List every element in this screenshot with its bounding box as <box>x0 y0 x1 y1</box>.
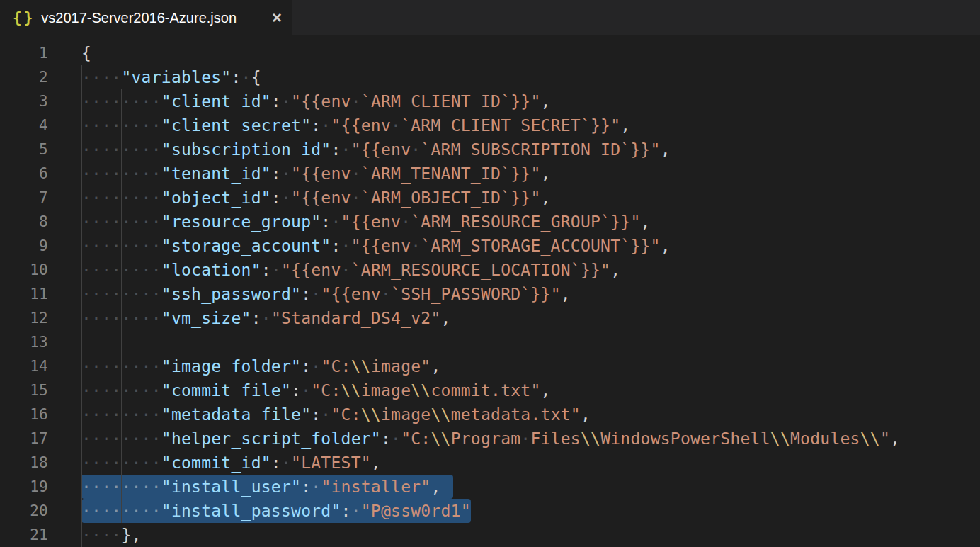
code-text: ········"image_folder":·"C:\\image", <box>81 354 441 378</box>
line-number[interactable]: 19 <box>0 475 48 499</box>
code-line-9[interactable]: 9········"storage_account":·"{{env·`ARM_… <box>0 234 980 258</box>
line-number[interactable]: 20 <box>0 499 48 523</box>
code-text: ········"commit_id":·"LATEST", <box>81 451 381 475</box>
line-content: { <box>81 41 980 65</box>
line-number[interactable]: 14 <box>0 354 48 378</box>
code-line-5[interactable]: 5········"subscription_id":·"{{env·`ARM_… <box>0 137 980 162</box>
indent-guide <box>121 186 122 210</box>
code-editor[interactable]: 1{2····"variables":·{3········"client_id… <box>0 35 980 547</box>
code-text: ········"ssh_password":·"{{env·`SSH_PASS… <box>81 282 571 306</box>
code-text: ········"storage_account":·"{{env·`ARM_S… <box>81 234 671 258</box>
line-content: ········"ssh_password":·"{{env·`SSH_PASS… <box>81 282 980 306</box>
code-text: ········"location":·"{{env·`ARM_RESOURCE… <box>81 258 620 282</box>
indent-guide <box>81 499 82 523</box>
indent-guide <box>121 499 122 523</box>
code-line-20[interactable]: 20········"install_password":·"P@ssw0rd1… <box>0 499 980 523</box>
line-number[interactable]: 7 <box>0 186 48 210</box>
indent-guide <box>121 306 122 330</box>
code-line-17[interactable]: 17········"helper_script_folder":·"C:\\P… <box>0 427 980 451</box>
line-content: ········"vm_size":·"Standard_DS4_v2", <box>81 306 980 330</box>
code-text: ········"vm_size":·"Standard_DS4_v2", <box>81 306 451 330</box>
indent-guide <box>81 137 82 162</box>
line-number[interactable]: 2 <box>0 65 48 89</box>
json-braces-icon: {} <box>13 11 35 26</box>
code-line-15[interactable]: 15········"commit_file":·"C:\\image\\com… <box>0 378 980 402</box>
tab-bar: {} vs2017-Server2016-Azure.json × <box>0 0 980 35</box>
line-content <box>81 330 980 354</box>
code-line-6[interactable]: 6········"tenant_id":·"{{env·`ARM_TENANT… <box>0 162 980 186</box>
line-number[interactable]: 18 <box>0 451 48 475</box>
line-number[interactable]: 17 <box>0 427 48 451</box>
line-content: ····"variables":·{ <box>81 65 980 89</box>
indent-guide <box>121 89 122 113</box>
code-line-11[interactable]: 11········"ssh_password":·"{{env·`SSH_PA… <box>0 282 980 306</box>
indent-guide <box>121 258 122 282</box>
line-content: ········"helper_script_folder":·"C:\\Pro… <box>81 427 980 451</box>
indent-guide <box>121 402 122 427</box>
line-number[interactable]: 12 <box>0 306 48 330</box>
indent-guide <box>81 354 82 378</box>
code-text: { <box>81 41 91 65</box>
line-number[interactable]: 6 <box>0 162 48 186</box>
code-text: ····"variables":·{ <box>81 65 261 89</box>
code-line-21[interactable]: 21····}, <box>0 523 980 547</box>
line-number[interactable]: 13 <box>0 330 48 354</box>
indent-guide <box>121 354 122 378</box>
code-line-1[interactable]: 1{ <box>0 41 980 65</box>
line-number[interactable]: 21 <box>0 523 48 547</box>
code-line-2[interactable]: 2····"variables":·{ <box>0 65 980 89</box>
line-number[interactable]: 8 <box>0 210 48 234</box>
line-number[interactable]: 9 <box>0 234 48 258</box>
line-content: ········"image_folder":·"C:\\image", <box>81 354 980 378</box>
indent-guide <box>81 378 82 402</box>
line-number[interactable]: 15 <box>0 378 48 402</box>
code-text: ········"client_secret":·"{{env·`ARM_CLI… <box>81 113 630 137</box>
code-line-12[interactable]: 12········"vm_size":·"Standard_DS4_v2", <box>0 306 980 330</box>
line-content: ········"storage_account":·"{{env·`ARM_S… <box>81 234 980 258</box>
tab-vs2017-server2016-azure-json[interactable]: {} vs2017-Server2016-Azure.json × <box>0 0 292 35</box>
line-number[interactable]: 10 <box>0 258 48 282</box>
code-text: ········"tenant_id":·"{{env·`ARM_TENANT_… <box>81 162 551 186</box>
indent-guide <box>121 330 122 354</box>
code-line-8[interactable]: 8········"resource_group":·"{{env·`ARM_R… <box>0 210 980 234</box>
code-line-4[interactable]: 4········"client_secret":·"{{env·`ARM_CL… <box>0 113 980 137</box>
code-line-16[interactable]: 16········"metadata_file":·"C:\\image\\m… <box>0 402 980 427</box>
close-tab-icon[interactable]: × <box>272 9 282 26</box>
line-number[interactable]: 3 <box>0 89 48 113</box>
code-line-14[interactable]: 14········"image_folder":·"C:\\image", <box>0 354 980 378</box>
line-number[interactable]: 16 <box>0 402 48 427</box>
code-line-19[interactable]: 19········"install_user":·"installer", <box>0 475 980 499</box>
indent-guide <box>121 282 122 306</box>
indent-guide <box>121 137 122 162</box>
line-content: ········"commit_id":·"LATEST", <box>81 451 980 475</box>
indent-guide <box>81 65 82 89</box>
indent-guide <box>121 162 122 186</box>
line-content: ········"tenant_id":·"{{env·`ARM_TENANT_… <box>81 162 980 186</box>
line-content: ········"install_user":·"installer", <box>81 475 980 499</box>
code-line-13[interactable]: 13 <box>0 330 980 354</box>
indent-guide <box>81 427 82 451</box>
code-text: ········"subscription_id":·"{{env·`ARM_S… <box>81 137 671 162</box>
line-content: ····}, <box>81 523 980 547</box>
editor-window: {} vs2017-Server2016-Azure.json × 1{2···… <box>0 0 980 547</box>
code-area: 1{2····"variables":·{3········"client_id… <box>0 41 980 547</box>
code-line-10[interactable]: 10········"location":·"{{env·`ARM_RESOUR… <box>0 258 980 282</box>
line-number[interactable]: 5 <box>0 137 48 162</box>
indent-guide <box>121 210 122 234</box>
indent-guide <box>81 89 82 113</box>
indent-guide <box>81 258 82 282</box>
line-number[interactable]: 11 <box>0 282 48 306</box>
indent-guide <box>121 427 122 451</box>
indent-guide <box>121 378 122 402</box>
code-line-18[interactable]: 18········"commit_id":·"LATEST", <box>0 451 980 475</box>
line-number[interactable]: 4 <box>0 113 48 137</box>
line-content: ········"subscription_id":·"{{env·`ARM_S… <box>81 137 980 162</box>
line-content: ········"location":·"{{env·`ARM_RESOURCE… <box>81 258 980 282</box>
indent-guide <box>121 451 122 475</box>
line-number[interactable]: 1 <box>0 41 48 65</box>
code-line-3[interactable]: 3········"client_id":·"{{env·`ARM_CLIENT… <box>0 89 980 113</box>
code-text: ········"client_id":·"{{env·`ARM_CLIENT_… <box>81 89 551 113</box>
indent-guide <box>81 186 82 210</box>
indent-guide <box>81 113 82 137</box>
code-line-7[interactable]: 7········"object_id":·"{{env·`ARM_OBJECT… <box>0 186 980 210</box>
